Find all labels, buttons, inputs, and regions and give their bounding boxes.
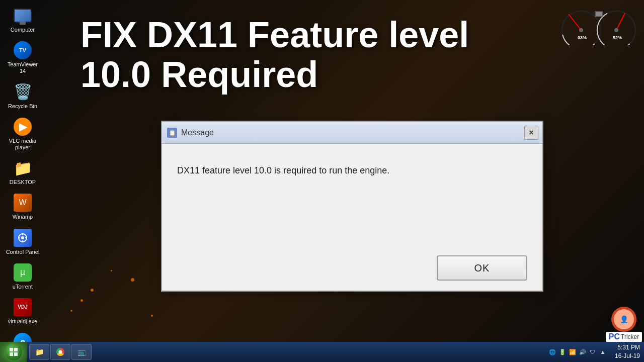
taskbar-media-icon: 📺: [77, 347, 86, 356]
desktop-icon-utorrent[interactable]: µ uTorrent: [3, 259, 43, 293]
dialog-titlebar: 📋 Message ×: [162, 122, 542, 144]
svg-line-8: [569, 14, 581, 30]
taskbar-buttons: 📁 📺: [27, 344, 544, 360]
desktop-icon-teamviewer[interactable]: TV TeamViewer 14: [3, 37, 43, 77]
taskbar-chrome-icon: [56, 347, 65, 356]
taskbar: 📁 📺 🌐 🔋 📶 🔊 🛡 ▲ 5:31 PM 16-Jul-19: [0, 342, 644, 362]
svg-text:03%: 03%: [578, 35, 587, 40]
recycle-bin-icon: 🗑️: [13, 82, 33, 102]
svg-point-1: [21, 236, 24, 239]
taskbar-explorer-icon: 📁: [35, 347, 44, 356]
utorrent-label: uTorrent: [13, 284, 33, 290]
taskbar-clock[interactable]: 5:31 PM 16-Jul-19: [611, 343, 644, 360]
svg-point-14: [614, 28, 618, 32]
clock-time: 5:31 PM: [617, 343, 640, 352]
dialog-message: DX11 feature level 10.0 is required to r…: [177, 164, 527, 177]
computer-icon: [13, 6, 33, 26]
winamp-label: Winamp: [13, 214, 33, 220]
svg-rect-21: [14, 352, 18, 356]
desktop-folder-icon: 📁: [13, 158, 33, 178]
teamviewer-icon: TV: [13, 40, 33, 60]
video-title: FIX DX11 Feature level 10.0 Required: [80, 15, 469, 95]
svg-line-13: [616, 13, 625, 30]
computer-label: Computer: [11, 27, 35, 33]
dialog-close-button[interactable]: ×: [524, 126, 538, 140]
taskbar-chrome-button[interactable]: [50, 344, 70, 360]
control-panel-label: Control Panel: [6, 249, 40, 255]
vlc-icon: ▶: [13, 117, 33, 137]
message-dialog: 📋 Message × DX11 feature level 10.0 is r…: [161, 121, 543, 292]
tray-shield-icon[interactable]: 🛡: [589, 348, 597, 356]
tray-arrow-icon[interactable]: ▲: [599, 348, 607, 356]
pc-label: PC: [609, 332, 620, 341]
start-orb: [5, 343, 22, 360]
gauge-svg: 03% 52%: [558, 5, 639, 45]
desktop-icon-virtualdj[interactable]: VDJ virtualdj.exe: [3, 294, 43, 328]
desktop-icon-computer[interactable]: Computer: [3, 3, 43, 36]
svg-rect-20: [10, 352, 13, 356]
dialog-icon: 📋: [167, 128, 177, 138]
taskbar-explorer-button[interactable]: 📁: [29, 344, 49, 360]
dialog-title: Message: [181, 128, 214, 137]
cpu-gauge-widget: 03% 52%: [556, 3, 641, 48]
virtualdj-icon: VDJ: [13, 297, 33, 317]
dialog-ok-button[interactable]: OK: [437, 255, 527, 281]
desktop-icon-winamp[interactable]: W Winamp: [3, 190, 43, 223]
utorrent-icon: µ: [13, 262, 33, 283]
virtualdj-label: virtualdj.exe: [8, 318, 38, 325]
tray-volume-icon[interactable]: 🔊: [579, 348, 587, 356]
teamviewer-label: TeamViewer 14: [5, 61, 41, 74]
tray-wifi-icon[interactable]: 📶: [569, 348, 577, 356]
start-button[interactable]: [0, 342, 27, 362]
pc-tricker-branding: 👤 PC Tricker: [564, 292, 644, 342]
desktop-icon-control-panel[interactable]: Control Panel: [3, 225, 43, 258]
vlc-label: VLC media player: [5, 138, 41, 151]
svg-text:52%: 52%: [613, 35, 622, 40]
svg-point-9: [579, 28, 583, 32]
winamp-icon: W: [13, 193, 33, 213]
tricker-label: Tricker: [621, 333, 639, 340]
tray-battery-icon[interactable]: 🔋: [558, 348, 567, 356]
desktop-icon-folder[interactable]: 📁 DESKTOP: [3, 155, 43, 189]
taskbar-media-button[interactable]: 📺: [71, 344, 92, 360]
svg-rect-19: [14, 348, 18, 351]
desktop-icon-recycle[interactable]: 🗑️ Recycle Bin: [3, 79, 43, 113]
recycle-label: Recycle Bin: [8, 103, 37, 110]
clock-date: 16-Jul-19: [615, 352, 640, 360]
svg-rect-17: [596, 12, 602, 16]
desktop-icon-area: Computer TV TeamViewer 14 🗑️ Recycle Bin…: [0, 0, 75, 347]
system-tray: 🌐 🔋 📶 🔊 🛡 ▲: [544, 342, 611, 362]
desktop-icon-vlc[interactable]: ▶ VLC media player: [3, 114, 43, 154]
tray-network-icon[interactable]: 🌐: [548, 348, 556, 356]
control-panel-icon: [13, 228, 33, 248]
dialog-body: DX11 feature level 10.0 is required to r…: [162, 144, 542, 188]
desktop-folder-label: DESKTOP: [10, 179, 36, 186]
dialog-footer: OK: [437, 255, 527, 281]
svg-rect-18: [10, 348, 13, 351]
